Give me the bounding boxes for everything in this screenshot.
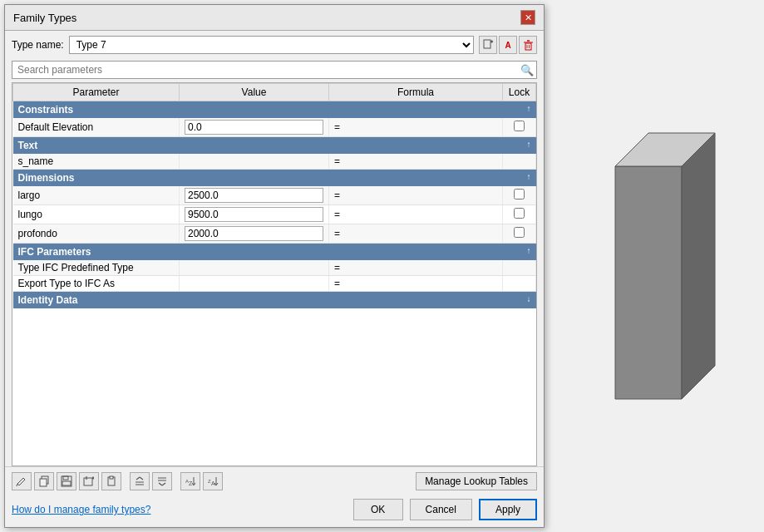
- param-cell: s_name: [13, 154, 180, 170]
- sort-za-button[interactable]: ZA: [203, 472, 223, 490]
- search-container: 🔍: [12, 61, 537, 79]
- formula-cell: =: [329, 118, 503, 137]
- value-input[interactable]: [185, 226, 323, 241]
- value-cell[interactable]: [180, 118, 329, 137]
- lock-cell[interactable]: [503, 186, 536, 205]
- value-input[interactable]: [185, 120, 323, 135]
- close-button[interactable]: ✕: [520, 10, 535, 25]
- table-row: lungo=: [13, 205, 536, 224]
- type-name-label: Type name:: [12, 39, 64, 51]
- svg-rect-13: [63, 476, 68, 480]
- param-cell: Type IFC Predefined Type: [13, 260, 180, 276]
- search-row: 🔍: [5, 59, 544, 82]
- lock-cell: [503, 260, 536, 276]
- copy-family-button[interactable]: [34, 472, 54, 490]
- svg-rect-15: [84, 478, 92, 485]
- table-row: s_name=: [13, 154, 536, 170]
- table-row: Default Elevation=: [13, 118, 536, 137]
- value-cell[interactable]: [180, 186, 329, 205]
- manage-lookup-button[interactable]: Manage Lookup Tables: [416, 472, 537, 490]
- svg-rect-3: [525, 43, 531, 50]
- save-button[interactable]: [57, 472, 76, 490]
- svg-marker-38: [615, 166, 682, 399]
- value-input[interactable]: [185, 188, 323, 203]
- title-bar: Family Types ✕: [5, 5, 544, 31]
- 3d-preview-area: [549, 4, 764, 528]
- value-input[interactable]: [185, 207, 323, 222]
- lock-cell: [503, 154, 536, 170]
- move-param-up-button[interactable]: [130, 472, 150, 490]
- bottom-toolbar: AZ ZA Manage Lookup Tables: [5, 466, 544, 495]
- formula-cell: =: [329, 154, 503, 170]
- section-row-ifc-parameters[interactable]: IFC Parameters↑: [13, 244, 536, 261]
- paste-button[interactable]: [101, 472, 121, 490]
- parameters-table: Parameter Value Formula Lock Constraints…: [12, 83, 536, 308]
- col-header-formula: Formula: [329, 84, 503, 101]
- new-type-button[interactable]: [479, 36, 497, 54]
- table-row: largo=: [13, 186, 536, 205]
- lock-cell[interactable]: [503, 118, 536, 137]
- svg-line-8: [23, 478, 25, 480]
- footer-buttons: OK Cancel Apply: [353, 499, 537, 520]
- svg-rect-11: [40, 479, 47, 486]
- pencil-button[interactable]: [12, 472, 32, 490]
- formula-cell: =: [329, 205, 503, 224]
- value-cell[interactable]: [180, 260, 329, 276]
- lock-checkbox[interactable]: [514, 208, 525, 219]
- type-name-select[interactable]: Type 7: [69, 36, 474, 54]
- param-cell: Default Elevation: [13, 118, 180, 137]
- svg-rect-14: [62, 481, 71, 485]
- formula-cell: =: [329, 186, 503, 205]
- rename-type-button[interactable]: A: [499, 36, 517, 54]
- formula-cell: =: [329, 260, 503, 276]
- lock-checkbox[interactable]: [514, 227, 525, 238]
- svg-marker-40: [682, 133, 715, 399]
- help-link[interactable]: How do I manage family types?: [12, 504, 150, 515]
- svg-line-9: [17, 484, 17, 486]
- dialog-title: Family Types: [13, 12, 76, 24]
- param-cell: Export Type to IFC As: [13, 276, 180, 292]
- svg-line-20: [136, 477, 140, 480]
- parameters-table-area[interactable]: Parameter Value Formula Lock Constraints…: [12, 82, 537, 466]
- param-cell: lungo: [13, 205, 180, 224]
- apply-button[interactable]: Apply: [479, 499, 537, 520]
- section-row-identity-data[interactable]: Identity Data↓: [13, 292, 536, 309]
- param-cell: profondo: [13, 224, 180, 244]
- param-cell: largo: [13, 186, 180, 205]
- lock-checkbox[interactable]: [514, 189, 525, 200]
- value-cell[interactable]: [180, 276, 329, 292]
- lock-cell[interactable]: [503, 205, 536, 224]
- table-row: Export Type to IFC As=: [13, 276, 536, 292]
- type-toolbar-icons: A: [479, 36, 537, 54]
- search-input[interactable]: [12, 61, 537, 79]
- formula-cell: =: [329, 224, 503, 244]
- type-name-row: Type name: Type 7 A: [5, 31, 544, 59]
- value-cell[interactable]: [180, 154, 329, 170]
- lock-cell: [503, 276, 536, 292]
- svg-rect-19: [110, 476, 113, 479]
- lock-cell[interactable]: [503, 224, 536, 244]
- value-cell[interactable]: [180, 205, 329, 224]
- section-row-dimensions[interactable]: Dimensions↑: [13, 170, 536, 187]
- sort-az-button[interactable]: AZ: [180, 472, 200, 490]
- search-icon[interactable]: 🔍: [520, 64, 534, 76]
- svg-rect-0: [484, 40, 490, 48]
- delete-type-button[interactable]: [519, 36, 537, 54]
- col-header-lock: Lock: [503, 84, 536, 101]
- section-row-constraints[interactable]: Constraints↑: [13, 101, 536, 119]
- formula-cell: =: [329, 276, 503, 292]
- bottom-icon-group: AZ ZA: [12, 472, 223, 490]
- svg-line-24: [159, 483, 162, 485]
- table-row: profondo=: [13, 224, 536, 244]
- section-row-text[interactable]: Text↑: [13, 137, 536, 155]
- table-row: Type IFC Predefined Type=: [13, 260, 536, 276]
- ok-button[interactable]: OK: [353, 499, 403, 520]
- move-param-down-button[interactable]: [152, 472, 172, 490]
- 3d-box: [590, 116, 723, 416]
- lock-checkbox[interactable]: [514, 121, 525, 131]
- cancel-button[interactable]: Cancel: [410, 499, 472, 520]
- load-button[interactable]: [79, 472, 99, 490]
- value-cell[interactable]: [180, 224, 329, 244]
- col-header-parameter: Parameter: [13, 84, 180, 101]
- footer-row: How do I manage family types? OK Cancel …: [5, 495, 544, 527]
